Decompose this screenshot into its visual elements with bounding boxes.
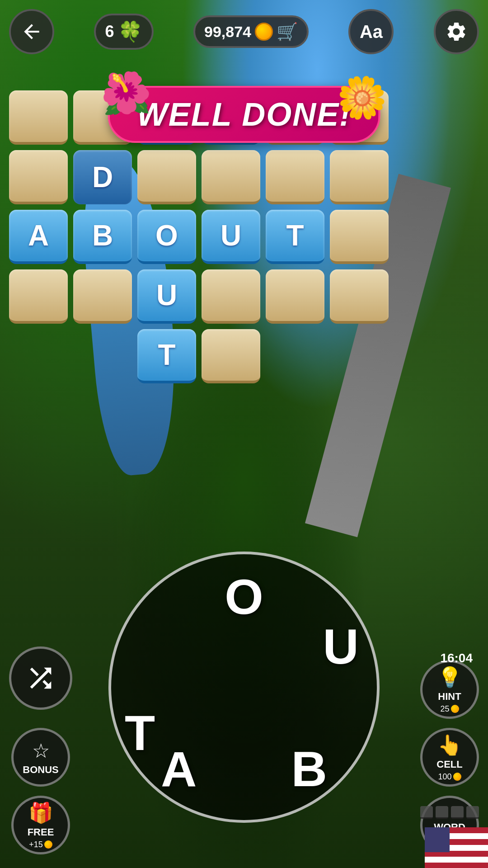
hand-pointer-icon: 👆 [437,733,462,757]
right-controls: 16:04 💡 HINT 25 👆 CELL 100 [420,646,479,854]
flower-right-icon: 🌼 [337,74,387,122]
free-button[interactable]: 🎁 FREE +15 [11,796,70,854]
tile-4-2[interactable] [73,269,132,324]
clover-icon: 🍀 [118,20,143,43]
small-coin-cell [453,773,461,781]
tile-5-3[interactable]: T [137,329,196,383]
left-controls: ☆ BONUS 🎁 FREE +15 [9,646,72,854]
grid-row-5: T [9,329,479,383]
puzzle-grid: 🌺 WELL DONE! 🌼 A D [0,90,488,383]
gift-icon: 🎁 [28,801,53,825]
cell-label: CELL [436,759,462,770]
grid-row-3: A B O U T [9,210,479,264]
wheel-letter-O[interactable]: O [225,568,263,625]
tile-3-3[interactable]: O [137,210,196,264]
tile-4-3[interactable]: U [137,269,196,324]
clover-count: 6 [105,22,114,41]
coins-display: 99,874 🛒 [193,15,309,48]
grid-row-2: D [9,150,479,204]
well-done-text: WELL DONE! [137,96,352,132]
grid-row-4: U [9,269,479,324]
tile-4-1[interactable] [9,269,68,324]
tile-2-1[interactable] [9,150,68,204]
back-button[interactable] [9,9,54,54]
hint-timer: 16:04 [440,651,473,665]
free-cost: +15 [29,840,52,849]
coin-amount: 99,874 [204,23,251,41]
shuffle-button[interactable] [9,646,72,710]
font-button[interactable]: Aa [348,9,394,54]
cart-icon[interactable]: 🛒 [277,22,298,42]
small-coin-free [44,840,52,849]
tile-2-2[interactable]: D [73,150,132,204]
hint-label: HINT [438,691,461,703]
settings-button[interactable] [434,9,479,54]
hint-button[interactable]: 💡 HINT 25 [420,660,479,719]
cell-cost: 100 [438,772,461,782]
bottom-controls: ☆ BONUS 🎁 FREE +15 16:04 💡 HINT [0,646,488,854]
hint-cost: 25 [440,704,459,714]
tile-5-4[interactable] [202,329,260,383]
tile-3-1[interactable]: A [9,210,68,264]
flower-left-icon: 🌺 [101,70,151,117]
coin-icon [255,23,273,41]
bonus-button[interactable]: ☆ BONUS [11,728,70,787]
tile-2-3[interactable] [137,150,196,204]
font-label: Aa [360,22,383,42]
tile-3-4[interactable]: U [202,210,260,264]
tile-3-2[interactable]: B [73,210,132,264]
tile-1-1[interactable] [9,90,68,145]
word-tiles-icon [420,806,479,819]
tile-3-5[interactable]: T [266,210,324,264]
star-icon: ☆ [32,739,50,762]
free-label: FREE [28,826,54,838]
tile-2-6[interactable] [330,150,389,204]
tile-4-6[interactable] [330,269,389,324]
us-flag [425,827,488,868]
tile-2-5[interactable] [266,150,324,204]
small-coin-hint [451,705,459,713]
bonus-label: BONUS [23,764,58,776]
tile-3-6[interactable] [330,210,389,264]
cell-button[interactable]: 👆 CELL 100 [420,728,479,787]
lightbulb-icon: 💡 [437,665,462,689]
tile-2-4[interactable] [202,150,260,204]
clover-counter: 6 🍀 [94,14,153,50]
tile-4-4[interactable] [202,269,260,324]
well-done-banner: 🌺 WELL DONE! 🌼 [108,86,380,143]
hint-container: 16:04 💡 HINT 25 [420,646,479,719]
tile-4-5[interactable] [266,269,324,324]
